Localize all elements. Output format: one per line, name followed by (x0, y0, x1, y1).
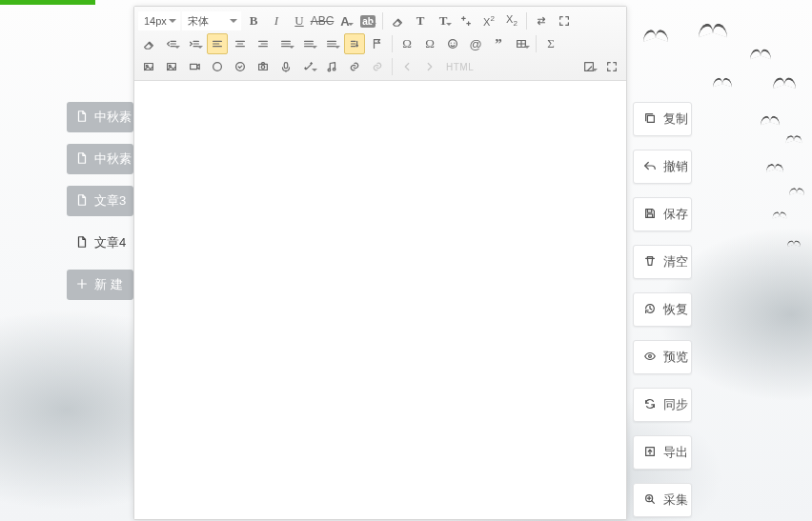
swap-button[interactable] (531, 10, 552, 31)
file-icon (75, 110, 89, 126)
trash-icon (643, 254, 657, 271)
plus-icon (75, 277, 89, 293)
underline-button[interactable]: U (289, 10, 310, 31)
emoji-button[interactable] (442, 33, 463, 54)
copy-button[interactable]: 复制 (633, 102, 692, 136)
symbol2-button[interactable]: Ω (419, 33, 440, 54)
sync-icon (643, 397, 657, 413)
svg-rect-6 (191, 64, 197, 69)
document-list: 中秋素中秋素文章3文章4新 建 (67, 102, 133, 300)
file-icon (75, 151, 89, 168)
highlight-button[interactable]: ab (357, 10, 378, 31)
expand-button[interactable] (554, 10, 575, 31)
sync-button[interactable]: 同步 (633, 388, 692, 422)
italic-button[interactable]: I (266, 10, 287, 31)
undo-button[interactable] (396, 56, 417, 77)
svg-rect-11 (284, 63, 288, 69)
export-icon (643, 445, 657, 461)
toolbar-separator (392, 35, 393, 52)
microphone-button[interactable] (275, 56, 296, 77)
camera-button[interactable] (253, 56, 274, 77)
font-size-select[interactable]: 14px (138, 11, 180, 30)
eraser-button[interactable] (138, 33, 159, 54)
font-family-select[interactable]: 宋体 (182, 11, 241, 30)
svg-point-12 (328, 69, 331, 71)
action-label: 保存 (663, 206, 688, 223)
indent-button[interactable] (184, 33, 205, 54)
text-size-button[interactable]: T (410, 10, 431, 31)
strikethrough-button[interactable]: ABC (312, 10, 333, 31)
action-label: 预览 (663, 349, 688, 366)
action-label: 恢复 (663, 301, 688, 318)
svg-point-13 (333, 68, 335, 70)
blockquote-button[interactable]: ” (488, 33, 509, 54)
shape-button[interactable] (207, 56, 228, 77)
line-height-button[interactable] (298, 33, 319, 54)
toolbar-separator (526, 12, 527, 30)
image-gallery-button[interactable] (161, 56, 182, 77)
image-button[interactable] (138, 56, 159, 77)
align-justify-button[interactable] (275, 33, 296, 54)
text-direction-button[interactable] (344, 33, 365, 54)
collect-button[interactable]: 采集 (633, 483, 692, 517)
svg-rect-16 (647, 209, 651, 212)
check-button[interactable] (230, 56, 251, 77)
align-left-button[interactable] (207, 33, 228, 54)
document-item-3[interactable]: 文章4 (67, 228, 133, 258)
clear-button[interactable]: 清空 (633, 245, 692, 279)
save-button[interactable]: 保存 (633, 197, 692, 231)
editor-canvas[interactable] (134, 81, 626, 519)
zoom-icon (643, 492, 657, 509)
svg-rect-15 (647, 115, 654, 122)
action-label: 复制 (663, 110, 688, 128)
bold-button[interactable]: B (243, 10, 264, 31)
align-center-button[interactable] (230, 33, 251, 54)
save-icon (643, 207, 657, 223)
unlink-button[interactable] (367, 56, 388, 77)
preview-button[interactable]: 预览 (633, 340, 692, 374)
link-button[interactable] (344, 56, 365, 77)
clear-format-button[interactable] (387, 10, 408, 31)
document-item-2[interactable]: 文章3 (67, 186, 133, 216)
fullscreen-button[interactable] (601, 56, 622, 77)
action-label: 采集 (663, 491, 688, 509)
undo-icon (643, 159, 657, 175)
action-label: 清空 (663, 253, 688, 271)
align-right-button[interactable] (253, 33, 274, 54)
spacing-button[interactable] (321, 33, 342, 54)
video-button[interactable] (184, 56, 205, 77)
table-button[interactable] (511, 33, 532, 54)
restore-button[interactable]: 恢复 (633, 292, 692, 327)
redo-button[interactable] (419, 56, 440, 77)
audio-button[interactable] (321, 56, 342, 77)
flag-button[interactable] (367, 33, 388, 54)
eye-icon (643, 350, 657, 366)
svg-point-18 (649, 354, 652, 357)
symbol-button[interactable]: Ω (396, 33, 417, 54)
new-button-label: 新 建 (94, 276, 123, 293)
toolbar-separator (392, 58, 393, 75)
svg-point-7 (213, 63, 222, 71)
compress-button[interactable] (456, 10, 477, 31)
new-document-button[interactable]: 新 建 (67, 270, 133, 300)
file-icon (75, 235, 89, 251)
document-label: 中秋素 (94, 109, 132, 126)
superscript-button[interactable]: X2 (478, 10, 499, 31)
svg-point-8 (236, 63, 245, 71)
document-item-1[interactable]: 中秋素 (67, 144, 133, 174)
font-color-button[interactable]: A (335, 10, 355, 31)
export-button[interactable]: 导出 (633, 435, 692, 470)
html-source-button[interactable]: HTML (442, 56, 477, 77)
outdent-button[interactable] (161, 33, 182, 54)
mention-button[interactable]: @ (465, 33, 486, 54)
subscript-button[interactable]: X2 (501, 10, 522, 31)
formula-button[interactable]: Σ (540, 33, 561, 54)
document-item-0[interactable]: 中秋素 (67, 102, 133, 132)
action-label: 撤销 (663, 158, 688, 175)
text-size-menu[interactable]: T (433, 10, 454, 31)
effects-button[interactable] (298, 56, 319, 77)
form-button[interactable] (579, 56, 599, 77)
svg-point-0 (449, 40, 457, 49)
undo-button[interactable]: 撤销 (633, 150, 692, 184)
copy-icon (643, 111, 657, 128)
